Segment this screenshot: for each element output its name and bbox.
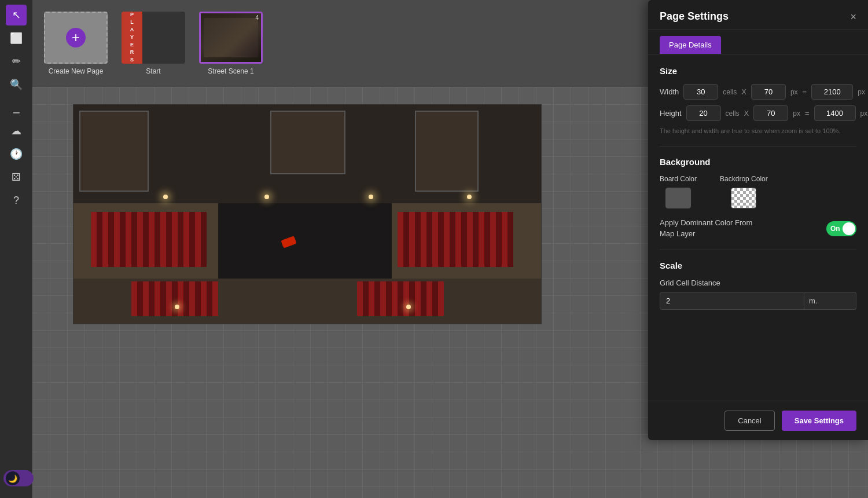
add-page-button[interactable]: + — [66, 28, 86, 47]
night-mode-toggle[interactable]: 🌙 — [3, 470, 34, 486]
grid-cell-unit-select[interactable]: m. ft. km. — [804, 292, 856, 310]
ruler-icon: ⎯ — [13, 102, 20, 114]
width-result-unit: px — [858, 88, 865, 96]
start-page-item[interactable]: PLAYERS Start — [122, 12, 185, 75]
width-result-input[interactable] — [811, 84, 853, 100]
backdrop-color-group: Backdrop Color — [720, 175, 768, 208]
height-px-unit: px — [793, 109, 800, 118]
scale-section-title: Scale — [660, 261, 856, 270]
bg-colors-row: Board Color Backdrop Color — [660, 175, 856, 208]
toolbar: ↖ ⬜ ✏ 🔍 ⎯ ☁ 🕐 ⚄ ? 🌙 — [0, 0, 32, 498]
grid-cell-value-input[interactable] — [660, 292, 804, 310]
clock-tool-icon[interactable]: 🕐 — [6, 144, 27, 164]
toggle-on-text: On — [830, 225, 840, 233]
dice-tool-icon[interactable]: ⚄ — [6, 167, 27, 188]
width-equals: = — [803, 87, 807, 96]
street-scene-label: Street Scene 1 — [208, 67, 253, 75]
width-px-input[interactable] — [751, 84, 786, 100]
create-new-label: Create New Page — [49, 67, 104, 75]
board-color-swatch[interactable] — [665, 188, 691, 208]
select-tool-icon[interactable]: ↖ — [6, 5, 27, 25]
backdrop-color-label: Backdrop Color — [720, 175, 768, 183]
draw-tool-icon[interactable]: ✏ — [6, 51, 27, 72]
moon-icon: 🌙 — [8, 474, 17, 483]
size-section-title: Size — [660, 66, 856, 76]
players-label: PLAYERS — [129, 12, 135, 64]
shapes-tool-icon[interactable]: ⬜ — [6, 28, 27, 49]
start-label: Start — [146, 67, 160, 75]
panel-body: Size Width cells X px = px Height cells … — [648, 54, 868, 401]
toggle-track[interactable]: On — [826, 221, 856, 236]
size-hint: The height and width are true to size wh… — [660, 127, 856, 136]
dominant-color-label: Apply Dominant Color From Map Layer — [660, 218, 764, 239]
panel-tabs: Page Details — [648, 30, 868, 54]
dice-icon: ⚄ — [12, 171, 21, 184]
width-label: Width — [660, 87, 679, 96]
question-icon: ? — [13, 195, 19, 207]
bg-section-title: Background — [660, 157, 856, 167]
width-multiply: X — [741, 87, 746, 96]
fog-tool-icon[interactable]: ☁ — [6, 120, 27, 141]
backdrop-color-swatch[interactable] — [731, 188, 756, 208]
map-display — [73, 104, 542, 324]
create-new-page-item[interactable]: + Create New Page — [44, 12, 108, 75]
measure-tool-icon[interactable]: ⎯ — [6, 97, 27, 118]
plus-icon: + — [72, 30, 80, 46]
page-number-badge: 4 — [255, 14, 259, 21]
select-icon: ↖ — [12, 9, 21, 21]
height-result-unit: px — [860, 109, 868, 118]
height-equals: = — [805, 109, 810, 118]
board-color-group: Board Color — [660, 175, 697, 208]
size-bg-divider — [660, 146, 856, 147]
create-new-thumb[interactable]: + — [44, 12, 108, 64]
panel-header: Page Settings × — [648, 0, 868, 30]
street-scene-thumb[interactable]: 4 — [199, 12, 263, 64]
shapes-icon: ⬜ — [10, 32, 23, 45]
start-page-thumb[interactable]: PLAYERS — [122, 12, 185, 64]
grid-cell-label: Grid Cell Distance — [660, 279, 856, 287]
width-px-unit: px — [790, 88, 798, 96]
street-scene-page-item[interactable]: 4 Street Scene 1 — [199, 12, 263, 75]
panel-close-button[interactable]: × — [850, 12, 856, 22]
dominant-color-toggle-row: Apply Dominant Color From Map Layer On — [660, 218, 856, 239]
cancel-button[interactable]: Cancel — [724, 411, 774, 431]
cloud-icon: ☁ — [11, 124, 21, 137]
height-cells-unit: cells — [726, 109, 740, 118]
settings-panel: Page Settings × Page Details Size Width … — [648, 0, 868, 440]
panel-footer: Cancel Save Settings — [648, 401, 868, 440]
help-tool-icon[interactable]: ? — [6, 190, 27, 211]
height-multiply: X — [744, 109, 749, 118]
save-settings-button[interactable]: Save Settings — [782, 411, 856, 431]
height-result-input[interactable] — [814, 105, 856, 121]
panel-title: Page Settings — [660, 10, 729, 23]
width-row: Width cells X px = px — [660, 84, 856, 100]
height-row: Height cells X px = px — [660, 105, 856, 121]
tab-page-details[interactable]: Page Details — [660, 36, 721, 54]
night-mode-knob: 🌙 — [6, 471, 20, 485]
height-cells-input[interactable] — [686, 105, 721, 121]
width-cells-unit: cells — [723, 88, 737, 96]
height-label: Height — [660, 109, 682, 118]
clock-icon: 🕐 — [10, 148, 23, 160]
dominant-color-toggle[interactable]: On — [826, 221, 856, 236]
toggle-knob — [843, 222, 855, 235]
zoom-icon: 🔍 — [10, 78, 23, 91]
board-color-label: Board Color — [660, 175, 697, 183]
zoom-tool-icon[interactable]: 🔍 — [6, 74, 27, 95]
grid-cell-row: m. ft. km. — [660, 292, 856, 310]
bg-scale-divider — [660, 250, 856, 250]
pencil-icon: ✏ — [12, 55, 21, 68]
height-px-input[interactable] — [753, 105, 788, 121]
width-cells-input[interactable] — [683, 84, 718, 100]
